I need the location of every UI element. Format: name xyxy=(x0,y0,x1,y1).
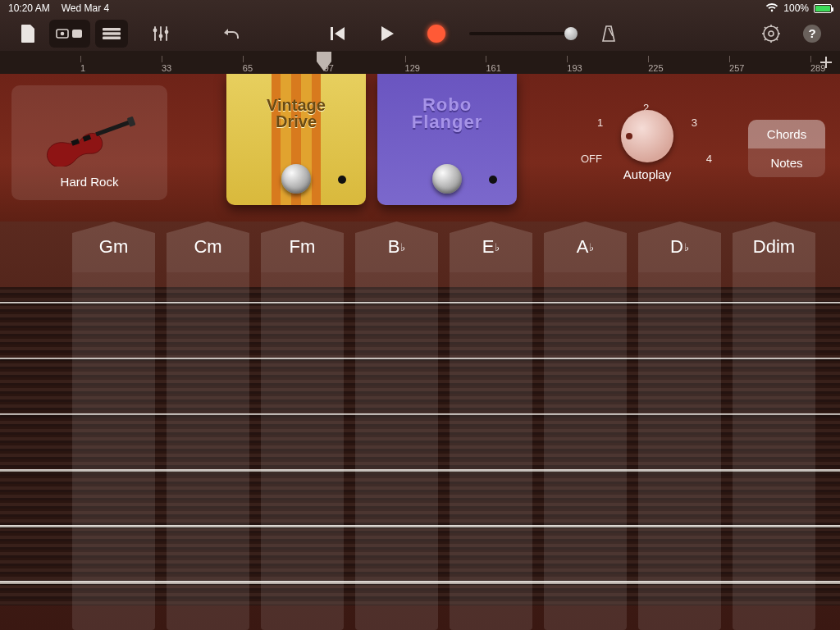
add-section-button[interactable] xyxy=(817,53,835,71)
svg-point-15 xyxy=(769,31,774,36)
slider-knob[interactable] xyxy=(564,27,578,40)
mode-toggle: Chords Notes xyxy=(748,120,825,177)
ruler-tick: 33 xyxy=(162,56,171,73)
chord-label[interactable]: Fm xyxy=(261,221,344,272)
autoplay-caption: Autoplay xyxy=(578,167,717,181)
svg-point-9 xyxy=(153,29,158,33)
mode-notes[interactable]: Notes xyxy=(748,148,825,177)
svg-point-10 xyxy=(159,34,163,39)
chord-strip[interactable]: Cm xyxy=(167,221,249,630)
ruler-tick: 161 xyxy=(486,56,500,73)
instrument-stage: Hard Rock VintageDrive RoboFlanger OFF 1… xyxy=(0,74,840,221)
my-songs-button[interactable] xyxy=(11,20,44,48)
pedal-label: VintageDrive xyxy=(226,97,366,130)
ruler-tick: 129 xyxy=(405,56,420,73)
svg-rect-4 xyxy=(103,32,121,35)
go-to-beginning-button[interactable] xyxy=(322,20,354,48)
fretboard: GmCmFmB♭E♭A♭D♭Ddim xyxy=(0,221,840,630)
wifi-icon xyxy=(765,2,778,15)
autoplay-mark-off: OFF xyxy=(581,153,602,165)
chord-strip[interactable]: D♭ xyxy=(638,221,721,630)
chord-label[interactable]: Gm xyxy=(72,221,155,272)
chord-strip[interactable]: B♭ xyxy=(355,221,438,630)
record-button[interactable] xyxy=(420,20,453,48)
chord-label[interactable]: A♭ xyxy=(544,221,627,272)
settings-button[interactable] xyxy=(755,20,788,48)
mode-chords[interactable]: Chords xyxy=(748,120,825,148)
svg-line-20 xyxy=(765,27,766,29)
autoplay-mark-4: 4 xyxy=(706,153,712,165)
svg-rect-5 xyxy=(103,36,121,39)
battery-icon xyxy=(814,4,832,13)
status-date: Wed Mar 4 xyxy=(62,2,109,14)
browser-button[interactable] xyxy=(49,20,90,48)
pedal-led xyxy=(489,176,497,184)
playhead[interactable] xyxy=(316,51,332,72)
ruler-tick: 257 xyxy=(729,56,744,73)
status-bar: 10:20 AM Wed Mar 4 100% xyxy=(0,0,840,16)
chord-label[interactable]: D♭ xyxy=(638,221,721,272)
help-button[interactable]: ? xyxy=(796,20,829,48)
pedal-robo-flanger[interactable]: RoboFlanger xyxy=(377,74,517,205)
chord-strip[interactable]: Gm xyxy=(72,221,155,630)
ruler-tick: 65 xyxy=(243,56,253,73)
tracks-button[interactable] xyxy=(95,20,128,48)
chord-strip[interactable]: Ddim xyxy=(733,221,815,630)
pedal-footswitch[interactable] xyxy=(432,164,462,194)
ruler-tick: 225 xyxy=(648,56,663,73)
metronome-button[interactable] xyxy=(592,20,625,48)
svg-point-11 xyxy=(165,30,169,34)
chord-body[interactable] xyxy=(544,272,627,630)
svg-rect-12 xyxy=(331,27,333,40)
svg-line-21 xyxy=(776,39,778,40)
chord-strip[interactable]: E♭ xyxy=(450,221,532,630)
pedal-footswitch[interactable] xyxy=(281,164,311,194)
chord-body[interactable] xyxy=(261,272,344,630)
play-button[interactable] xyxy=(371,20,404,48)
chord-body[interactable] xyxy=(355,272,438,630)
chord-label[interactable]: B♭ xyxy=(355,221,438,272)
chord-label[interactable]: Cm xyxy=(167,221,249,272)
pedal-label: RoboFlanger xyxy=(377,97,517,131)
chord-body[interactable] xyxy=(638,272,721,630)
chord-strip[interactable]: Fm xyxy=(261,221,344,630)
instrument-selector[interactable]: Hard Rock xyxy=(11,85,167,200)
pedal-vintage-drive[interactable]: VintageDrive xyxy=(226,74,366,205)
autoplay-dial[interactable] xyxy=(621,110,673,162)
ruler-tick: 1 xyxy=(80,56,85,73)
svg-rect-26 xyxy=(95,121,130,137)
undo-button[interactable] xyxy=(215,20,248,48)
svg-line-23 xyxy=(765,39,766,40)
pedal-led xyxy=(338,176,346,184)
guitar-icon xyxy=(40,109,139,167)
chord-strip[interactable]: A♭ xyxy=(544,221,627,630)
track-controls-button[interactable] xyxy=(144,20,177,48)
autoplay-mark-3: 3 xyxy=(692,116,697,129)
autoplay-mark-1: 1 xyxy=(597,116,603,129)
svg-rect-2 xyxy=(72,30,82,38)
chord-label[interactable]: E♭ xyxy=(450,221,532,272)
battery-percent: 100% xyxy=(783,2,809,14)
timeline-ruler[interactable]: 1336597129161193225257289 xyxy=(0,51,840,74)
chord-body[interactable] xyxy=(733,272,815,630)
instrument-name: Hard Rock xyxy=(61,175,119,189)
autoplay-control: OFF 1 2 3 4 Autoplay xyxy=(578,92,717,181)
status-time: 10:20 AM xyxy=(8,2,50,14)
chord-body[interactable] xyxy=(167,272,249,630)
svg-rect-27 xyxy=(127,116,136,127)
svg-point-1 xyxy=(61,32,65,36)
chord-body[interactable] xyxy=(72,272,155,630)
chord-label[interactable]: Ddim xyxy=(733,221,815,272)
master-volume-slider[interactable] xyxy=(469,32,576,35)
ruler-tick: 193 xyxy=(567,56,582,73)
chord-body[interactable] xyxy=(450,272,532,630)
svg-line-22 xyxy=(776,27,778,29)
svg-text:?: ? xyxy=(808,26,815,40)
svg-rect-3 xyxy=(103,28,121,31)
